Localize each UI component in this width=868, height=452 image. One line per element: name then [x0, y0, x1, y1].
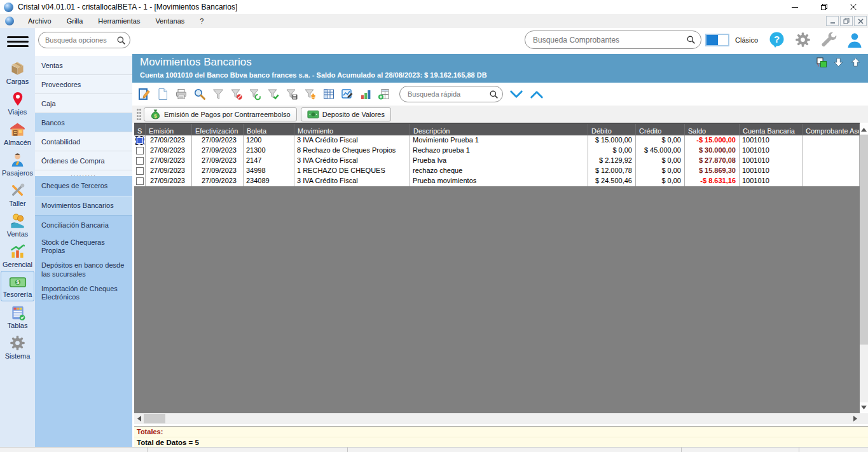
- minimize-button[interactable]: [780, 0, 809, 14]
- subnav-item-movimientos-bancarios[interactable]: Movimientos Bancarios: [35, 196, 132, 216]
- nav-item-caja[interactable]: Caja: [35, 94, 132, 113]
- row-checkbox[interactable]: [136, 157, 144, 165]
- chart-edit-icon[interactable]: [338, 86, 356, 102]
- table-row[interactable]: 27/09/202327/09/202321473 IVA Crédito Fi…: [134, 156, 860, 166]
- user-icon[interactable]: [846, 32, 863, 48]
- action-bar: $Emisión de Pagos por ContrarreembolsoDe…: [132, 106, 868, 123]
- arrow-up-icon[interactable]: [850, 57, 862, 68]
- row-checkbox[interactable]: [136, 177, 144, 185]
- row-checkbox[interactable]: [136, 147, 144, 154]
- mdi-minimize-button[interactable]: [826, 16, 839, 26]
- comprobantes-search-input[interactable]: [533, 36, 686, 45]
- column-header-descripcion[interactable]: Descripción: [410, 124, 588, 135]
- menu-grilla[interactable]: Grilla: [59, 14, 91, 28]
- deposito-de-valores-button[interactable]: Deposito de Valores: [301, 107, 391, 121]
- nav-item-contabilidad[interactable]: Contabilidad: [35, 132, 132, 151]
- filter-clear-icon[interactable]: [228, 86, 245, 102]
- chevron-down-icon[interactable]: [509, 90, 523, 99]
- scroll-left-arrow[interactable]: [134, 413, 144, 424]
- row-checkbox[interactable]: [136, 137, 144, 144]
- nav-item-bancos[interactable]: Bancos: [35, 113, 132, 132]
- column-header-efectivizacion[interactable]: Efectivización: [192, 124, 244, 135]
- row-select-cell: [134, 156, 146, 166]
- column-header-credito[interactable]: Crédito: [636, 124, 685, 135]
- rail-item-ventas[interactable]: Ventas: [1, 210, 34, 240]
- rail-item-gerencial[interactable]: Gerencial: [1, 240, 34, 271]
- menu-[interactable]: ?: [192, 14, 211, 28]
- cell-descripcion: Movimiento Prueba 1: [410, 135, 588, 146]
- table-row[interactable]: 27/09/202327/09/2023349981 RECHAZO DE CH…: [134, 166, 860, 176]
- column-header-cuenta-bancaria[interactable]: Cuenta Bancaria: [740, 124, 803, 135]
- filter-refresh-icon[interactable]: [246, 86, 264, 102]
- horizontal-scroll-thumb[interactable]: [144, 414, 165, 423]
- nav-search[interactable]: [38, 32, 130, 48]
- rail-item-sistema[interactable]: Sistema: [1, 332, 34, 362]
- new-document-icon[interactable]: [154, 86, 172, 102]
- rail-item-pasajeros[interactable]: Pasajeros: [1, 149, 34, 179]
- classic-toggle[interactable]: [705, 34, 729, 46]
- comprobantes-search[interactable]: [525, 31, 701, 49]
- nav-item-proveedores[interactable]: Proveedores: [35, 75, 132, 94]
- nav-search-input[interactable]: [45, 36, 116, 44]
- filter-icon[interactable]: [209, 86, 227, 102]
- filter-save-icon[interactable]: [283, 86, 301, 102]
- column-header-boleta[interactable]: Boleta: [244, 124, 294, 135]
- scroll-right-arrow[interactable]: [850, 413, 860, 424]
- menu-toggle-button[interactable]: [7, 33, 29, 50]
- mdi-restore-button[interactable]: [840, 16, 853, 26]
- quick-search-input[interactable]: [408, 90, 489, 98]
- filter-apply-icon[interactable]: [265, 86, 282, 102]
- column-header-saldo[interactable]: Saldo: [685, 124, 740, 135]
- gear-icon[interactable]: [794, 31, 811, 48]
- zoom-icon[interactable]: [191, 86, 209, 102]
- column-header-s[interactable]: S: [134, 124, 146, 135]
- rail-item-tablas[interactable]: Tablas: [1, 301, 34, 332]
- grid-icon[interactable]: [320, 86, 338, 102]
- nav-item-ventas[interactable]: Ventas: [35, 56, 132, 75]
- nav-item-ordenes-de-compra[interactable]: Órdenes de Compra: [35, 151, 132, 170]
- column-header-debito[interactable]: Débito: [588, 124, 636, 135]
- subnav-item-stock-de-chequeras-propias[interactable]: Stock de Chequeras Propias: [35, 235, 132, 258]
- export-grid-icon[interactable]: [375, 86, 393, 102]
- menu-herramientas[interactable]: Herramientas: [90, 14, 148, 28]
- menu-archivo[interactable]: Archivo: [20, 14, 59, 28]
- row-checkbox[interactable]: [136, 167, 144, 175]
- vertical-scroll-thumb[interactable]: [860, 135, 868, 345]
- vertical-scrollbar[interactable]: [860, 125, 868, 412]
- table-row[interactable]: 27/09/202327/09/202312003 IVA Crédito Fi…: [134, 135, 860, 146]
- table-row[interactable]: 27/09/202327/09/2023213008 Rechazo de Ch…: [134, 146, 860, 156]
- column-header-movimiento[interactable]: Movimiento: [294, 124, 410, 135]
- rail-item-taller[interactable]: Taller: [1, 179, 34, 210]
- filter-load-icon[interactable]: [301, 86, 319, 102]
- close-button[interactable]: [839, 0, 868, 14]
- horizontal-scrollbar[interactable]: [134, 413, 860, 424]
- bar-chart-icon[interactable]: [357, 86, 375, 102]
- subnav-item-depositos-en-banco-desde-las-sucursales[interactable]: Depósitos en banco desde las sucursales: [35, 258, 132, 281]
- scroll-down-arrow[interactable]: [860, 402, 868, 412]
- subnav-item-conciliacion-bancaria[interactable]: Conciliación Bancaria: [35, 216, 132, 235]
- scroll-up-arrow[interactable]: [860, 125, 868, 134]
- mdi-close-button[interactable]: [854, 16, 867, 26]
- rail-item-tesoreria[interactable]: $Tesorería: [1, 271, 34, 301]
- table-row[interactable]: 27/09/202327/09/20232340893 IVA Crédito …: [134, 176, 860, 186]
- edit-icon[interactable]: [135, 86, 153, 102]
- wrench-icon[interactable]: [820, 31, 837, 48]
- help-icon[interactable]: ?: [768, 31, 785, 48]
- cell-emision: 27/09/2023: [146, 166, 192, 176]
- menu-ventanas[interactable]: Ventanas: [148, 14, 192, 28]
- arrow-down-icon[interactable]: [832, 57, 844, 68]
- subnav-item-cheques-de-terceros[interactable]: Cheques de Terceros: [35, 176, 132, 196]
- subnav-item-importacion-de-cheques-electronicos[interactable]: Importación de Cheques Electrónicos: [35, 282, 132, 305]
- emision-de-pagos-por-contrarreembolso-button[interactable]: $Emisión de Pagos por Contrarreembolso: [144, 107, 297, 121]
- rail-item-viajes[interactable]: Viajes: [1, 88, 34, 118]
- layers-icon[interactable]: [816, 57, 827, 68]
- chevron-up-icon[interactable]: [530, 90, 544, 99]
- column-header-emision[interactable]: Emisión: [146, 124, 192, 135]
- print-icon[interactable]: [172, 86, 190, 102]
- quick-search[interactable]: [399, 86, 503, 102]
- column-header-comprobante-asoc[interactable]: Comprobante Asoc: [803, 124, 860, 135]
- rail-item-cargas[interactable]: Cargas: [1, 57, 34, 88]
- rail-item-almacen[interactable]: Almacén: [1, 118, 34, 149]
- toolbar-grip-handle[interactable]: [135, 108, 140, 121]
- restore-button[interactable]: [809, 0, 839, 14]
